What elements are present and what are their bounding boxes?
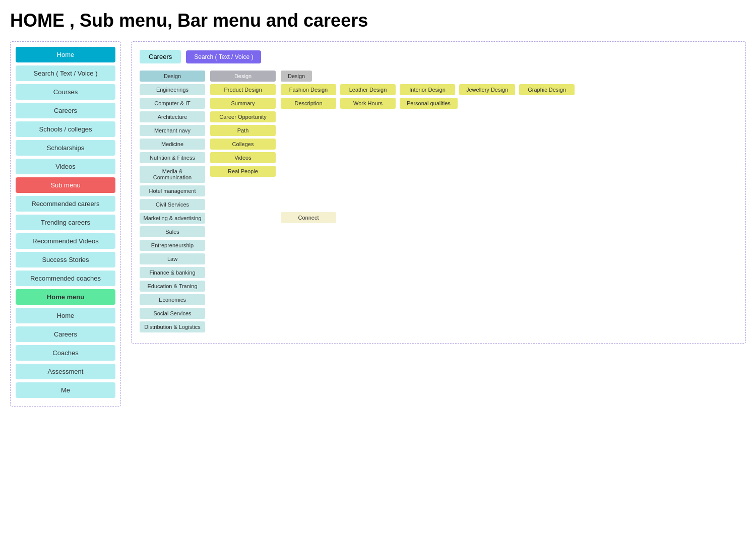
detail-graphic-design[interactable]: Graphic Design — [519, 84, 575, 95]
careers-button[interactable]: Careers — [140, 50, 181, 63]
cat-entrepreneurship[interactable]: Entrepreneurship — [140, 240, 205, 251]
cat-education[interactable]: Education & Traning — [140, 281, 205, 292]
cat-architecture[interactable]: Architecture — [140, 111, 205, 122]
detail-fashion-design[interactable]: Fashion Design — [281, 84, 336, 95]
sidebar-item-careers[interactable]: Careers — [16, 103, 115, 118]
sidebar-item-courses[interactable]: Courses — [16, 84, 115, 100]
detail-design-options: Fashion Design Leather Design Interior D… — [281, 84, 575, 95]
cat-law[interactable]: Law — [140, 253, 205, 264]
sub-videos[interactable]: Videos — [210, 152, 276, 163]
cat-social[interactable]: Social Services — [140, 308, 205, 319]
sub-header: Design — [210, 71, 276, 82]
detail-connect-row: Connect — [281, 212, 575, 223]
sub-product-design[interactable]: Product Design — [210, 84, 276, 95]
cat-engineerings[interactable]: Engineerings — [140, 84, 205, 95]
content-grid: Design Engineerings Computer & IT Archit… — [140, 71, 737, 332]
page-title: HOME , Sub menu, Bar menu and careers — [10, 10, 746, 31]
detail-leather-design[interactable]: Leather Design — [340, 84, 396, 95]
detail-header-row: Design — [281, 71, 575, 82]
category-column: Design Engineerings Computer & IT Archit… — [140, 71, 205, 332]
sidebar-item-trending-careers[interactable]: Trending careers — [16, 215, 115, 230]
sidebar-item-videos[interactable]: Videos — [16, 159, 115, 174]
sidebar-submenu-label: Sub menu — [16, 177, 115, 193]
sub-column: Design Product Design Summary Career Opp… — [210, 71, 276, 177]
cat-computer-it[interactable]: Computer & IT — [140, 98, 205, 109]
cat-media[interactable]: Media & Communication — [140, 166, 205, 183]
detail-personal-qualities[interactable]: Personal qualities — [400, 98, 458, 109]
sidebar-home-assessment[interactable]: Assessment — [16, 364, 115, 379]
detail-header-design[interactable]: Design — [281, 71, 312, 82]
sub-real-people[interactable]: Real People — [210, 166, 276, 177]
sidebar-item-recommended-coaches[interactable]: Recommended coaches — [16, 271, 115, 286]
sidebar-item-search[interactable]: Search ( Text / Voice ) — [16, 65, 115, 81]
sidebar-home-home[interactable]: Home — [16, 308, 115, 323]
sidebar-home-coaches[interactable]: Coaches — [16, 345, 115, 361]
sub-path[interactable]: Path — [210, 125, 276, 136]
sidebar-home-careers[interactable]: Careers — [16, 326, 115, 342]
detail-connect[interactable]: Connect — [281, 212, 336, 223]
cat-marketing[interactable]: Marketing & advertising — [140, 213, 205, 224]
sidebar: Home Search ( Text / Voice ) Courses Car… — [10, 41, 121, 407]
sidebar-item-recommended-videos[interactable]: Recommended Videos — [16, 233, 115, 249]
cat-civil[interactable]: Civil Services — [140, 199, 205, 210]
detail-area: Design Fashion Design Leather Design Int… — [281, 71, 575, 223]
cat-medicine[interactable]: Medicine — [140, 139, 205, 150]
sub-summary[interactable]: Summary — [210, 98, 276, 109]
sidebar-home-me[interactable]: Me — [16, 382, 115, 398]
cat-merchant-navy[interactable]: Merchant navy — [140, 125, 205, 136]
search-button[interactable]: Search ( Text / Voice ) — [186, 50, 261, 63]
cat-distribution[interactable]: Distribution & Logistics — [140, 321, 205, 332]
sub-colleges[interactable]: Colleges — [210, 139, 276, 150]
sidebar-item-scholarships[interactable]: Scholarships — [16, 140, 115, 156]
detail-interior-design[interactable]: Interior Design — [400, 84, 455, 95]
sidebar-item-recommended-careers[interactable]: Recommended careers — [16, 196, 115, 212]
cat-nutrition[interactable]: Nutrition & Fitness — [140, 152, 205, 163]
right-panel: Careers Search ( Text / Voice ) Design E… — [131, 41, 746, 344]
cat-sales[interactable]: Sales — [140, 226, 205, 237]
cat-economics[interactable]: Economics — [140, 294, 205, 305]
sidebar-item-home[interactable]: Home — [16, 47, 115, 62]
top-row: Careers Search ( Text / Voice ) — [140, 50, 737, 63]
detail-summary-options: Description Work Hours Personal qualitie… — [281, 98, 575, 109]
cat-hotel[interactable]: Hotel management — [140, 185, 205, 196]
detail-jewellery-design[interactable]: Jewellery Design — [459, 84, 515, 95]
detail-work-hours[interactable]: Work Hours — [340, 98, 396, 109]
sub-career-opportunity[interactable]: Career Opportunity — [210, 111, 276, 122]
detail-description[interactable]: Description — [281, 98, 336, 109]
sidebar-homemenu-label: Home menu — [16, 289, 115, 305]
sidebar-item-success-stories[interactable]: Success Stories — [16, 252, 115, 267]
cat-design[interactable]: Design — [140, 71, 205, 82]
cat-finance[interactable]: Finance & banking — [140, 267, 205, 278]
sidebar-item-schools[interactable]: Schools / colleges — [16, 121, 115, 137]
